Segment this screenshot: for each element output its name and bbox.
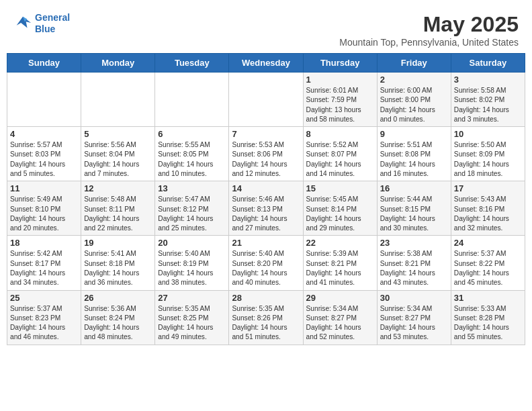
weekday-header-wednesday: Wednesday — [229, 54, 303, 73]
day-info: Sunrise: 5:37 AMSunset: 8:23 PMDaylight:… — [10, 304, 78, 342]
day-info-line: Sunrise: 5:56 AM — [84, 141, 136, 148]
day-info-line: and 32 minutes. — [454, 224, 503, 232]
day-info-line: Sunrise: 5:43 AM — [454, 195, 506, 203]
day-info-line: Sunset: 8:26 PM — [232, 314, 282, 322]
weekday-header-sunday: Sunday — [7, 54, 81, 73]
calendar-body: 1Sunrise: 6:01 AMSunset: 7:59 PMDaylight… — [7, 73, 525, 345]
weekday-header-thursday: Thursday — [303, 54, 377, 73]
day-info-line: Sunset: 8:15 PM — [380, 205, 431, 213]
logo-bird-icon — [13, 14, 32, 33]
day-info-line: Daylight: 14 hours — [380, 324, 435, 331]
day-info: Sunrise: 5:35 AMSunset: 8:26 PMDaylight:… — [232, 304, 300, 342]
day-info-line: and 34 minutes. — [10, 279, 59, 286]
day-number: 28 — [232, 293, 300, 303]
day-info-line: and 3 minutes. — [454, 116, 499, 123]
week-row-1: 1Sunrise: 6:01 AMSunset: 7:59 PMDaylight… — [7, 73, 525, 127]
day-info-line: Daylight: 14 hours — [232, 161, 287, 168]
day-info-line: and 12 minutes. — [232, 170, 281, 177]
day-info-line: Daylight: 14 hours — [158, 161, 213, 168]
day-info-line: Daylight: 14 hours — [306, 215, 361, 222]
day-info-line: Sunrise: 5:34 AM — [380, 305, 433, 312]
day-info-line: Sunrise: 5:49 AM — [10, 195, 62, 203]
day-info: Sunrise: 5:50 AMSunset: 8:09 PMDaylight:… — [454, 140, 522, 179]
day-info: Sunrise: 5:57 AMSunset: 8:03 PMDaylight:… — [10, 140, 78, 179]
calendar-cell: 17Sunrise: 5:43 AMSunset: 8:16 PMDayligh… — [451, 181, 525, 236]
day-info-line: and 16 minutes. — [380, 170, 429, 177]
week-row-5: 25Sunrise: 5:37 AMSunset: 8:23 PMDayligh… — [7, 290, 525, 345]
day-info-line: Sunrise: 5:39 AM — [306, 250, 359, 257]
weekday-header-saturday: Saturday — [451, 54, 525, 73]
day-info-line: Daylight: 14 hours — [232, 324, 287, 331]
day-info: Sunrise: 5:48 AMSunset: 8:11 PMDaylight:… — [84, 195, 152, 233]
calendar-cell: 30Sunrise: 5:34 AMSunset: 8:27 PMDayligh… — [377, 290, 451, 345]
day-info-line: Sunrise: 5:40 AM — [232, 250, 284, 257]
day-info-line: Daylight: 14 hours — [232, 269, 287, 277]
day-info-line: Sunrise: 5:57 AM — [10, 141, 62, 148]
day-info: Sunrise: 5:36 AMSunset: 8:24 PMDaylight:… — [84, 304, 152, 342]
calendar-cell: 9Sunrise: 5:51 AMSunset: 8:08 PMDaylight… — [377, 127, 451, 181]
day-info-line: Daylight: 14 hours — [454, 106, 509, 113]
week-row-2: 4Sunrise: 5:57 AMSunset: 8:03 PMDaylight… — [7, 127, 525, 181]
day-info-line: Daylight: 14 hours — [306, 161, 361, 168]
day-info-line: and 29 minutes. — [306, 224, 355, 232]
day-info-line: Sunset: 8:24 PM — [84, 314, 134, 322]
calendar-cell: 12Sunrise: 5:48 AMSunset: 8:11 PMDayligh… — [81, 181, 155, 236]
calendar-cell: 29Sunrise: 5:34 AMSunset: 8:27 PMDayligh… — [303, 290, 377, 345]
day-info-line: Sunrise: 5:48 AM — [84, 195, 136, 203]
calendar-cell: 18Sunrise: 5:42 AMSunset: 8:17 PMDayligh… — [7, 236, 81, 290]
day-info-line: Sunrise: 5:41 AM — [84, 250, 136, 257]
calendar-cell: 5Sunrise: 5:56 AMSunset: 8:04 PMDaylight… — [81, 127, 155, 181]
day-number: 25 — [10, 293, 78, 303]
day-info-line: and 52 minutes. — [306, 333, 355, 340]
day-info-line: Daylight: 14 hours — [380, 161, 435, 168]
day-number: 30 — [380, 293, 448, 303]
day-info-line: Daylight: 14 hours — [454, 324, 509, 331]
day-info-line: Sunset: 8:14 PM — [306, 205, 357, 213]
day-info: Sunrise: 5:47 AMSunset: 8:12 PMDaylight:… — [158, 195, 226, 233]
day-info-line: Daylight: 14 hours — [10, 215, 65, 222]
day-info: Sunrise: 6:00 AMSunset: 8:00 PMDaylight:… — [380, 86, 448, 124]
day-number: 11 — [10, 183, 78, 193]
calendar: SundayMondayTuesdayWednesdayThursdayFrid… — [7, 53, 525, 345]
day-info-line: and 43 minutes. — [380, 279, 429, 286]
calendar-cell: 6Sunrise: 5:55 AMSunset: 8:05 PMDaylight… — [155, 127, 229, 181]
day-info: Sunrise: 5:52 AMSunset: 8:07 PMDaylight:… — [306, 140, 374, 179]
day-info-line: and 27 minutes. — [232, 224, 281, 232]
day-info: Sunrise: 5:33 AMSunset: 8:28 PMDaylight:… — [454, 304, 522, 342]
calendar-cell: 23Sunrise: 5:38 AMSunset: 8:21 PMDayligh… — [377, 236, 451, 290]
calendar-cell — [81, 73, 155, 127]
day-number: 21 — [232, 238, 300, 248]
day-number: 13 — [158, 183, 226, 193]
day-number: 10 — [454, 129, 522, 139]
calendar-cell — [229, 73, 303, 127]
day-info-line: Sunrise: 5:35 AM — [232, 305, 284, 312]
day-info: Sunrise: 5:41 AMSunset: 8:18 PMDaylight:… — [84, 249, 152, 287]
day-info-line: Daylight: 14 hours — [306, 324, 361, 331]
day-info-line: Sunrise: 5:46 AM — [232, 195, 284, 203]
day-info: Sunrise: 5:46 AMSunset: 8:13 PMDaylight:… — [232, 195, 300, 233]
day-number: 27 — [158, 293, 226, 303]
day-info-line: and 38 minutes. — [158, 279, 207, 286]
day-info-line: Sunrise: 5:35 AM — [158, 305, 210, 312]
day-info-line: Sunset: 8:10 PM — [10, 205, 60, 213]
day-info-line: and 20 minutes. — [10, 224, 59, 232]
day-info-line: Sunset: 8:00 PM — [380, 96, 431, 103]
day-info-line: and 40 minutes. — [232, 279, 281, 286]
day-info: Sunrise: 5:34 AMSunset: 8:27 PMDaylight:… — [306, 304, 374, 342]
day-info-line: Daylight: 14 hours — [84, 161, 139, 168]
title-area: May 2025 Mountain Top, Pennsylvania, Uni… — [339, 12, 519, 48]
day-number: 22 — [306, 238, 374, 248]
day-number: 17 — [454, 183, 522, 193]
calendar-cell: 24Sunrise: 5:37 AMSunset: 8:22 PMDayligh… — [451, 236, 525, 290]
day-info-line: Sunrise: 5:42 AM — [10, 250, 62, 257]
day-info-line: Daylight: 14 hours — [380, 269, 435, 277]
day-info-line: Sunset: 8:17 PM — [10, 260, 60, 267]
calendar-cell: 4Sunrise: 5:57 AMSunset: 8:03 PMDaylight… — [7, 127, 81, 181]
day-info-line: and 22 minutes. — [84, 224, 133, 232]
day-info-line: Daylight: 14 hours — [10, 161, 65, 168]
day-info-line: Sunset: 8:25 PM — [158, 314, 208, 322]
day-info-line: Sunset: 8:13 PM — [232, 205, 282, 213]
day-info-line: Sunset: 8:22 PM — [454, 260, 504, 267]
day-number: 15 — [306, 183, 374, 193]
calendar-cell: 21Sunrise: 5:40 AMSunset: 8:20 PMDayligh… — [229, 236, 303, 290]
